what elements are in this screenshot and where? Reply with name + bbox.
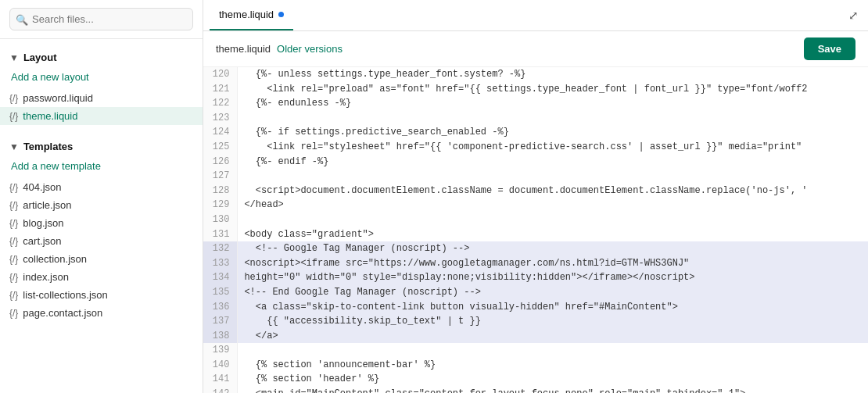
file-icon: {/} bbox=[9, 272, 18, 283]
tab-theme-liquid[interactable]: theme.liquid bbox=[210, 0, 293, 30]
line-content bbox=[238, 343, 868, 358]
line-number: 125 bbox=[203, 140, 238, 155]
table-row: 133<noscript><iframe src="https://www.go… bbox=[203, 256, 868, 271]
line-content: {%- endif -%} bbox=[238, 155, 868, 170]
table-row: 140 {% section 'announcement-bar' %} bbox=[203, 358, 868, 373]
list-item[interactable]: {/} article.json bbox=[0, 196, 203, 214]
line-content: {% section 'header' %} bbox=[238, 372, 868, 387]
line-number: 123 bbox=[203, 111, 238, 126]
table-row: 127 bbox=[203, 169, 868, 184]
table-row: 134height="0" width="0" style="display:n… bbox=[203, 270, 868, 285]
line-number: 124 bbox=[203, 125, 238, 140]
list-item[interactable]: {/} index.json bbox=[0, 268, 203, 286]
search-icon: 🔍 bbox=[16, 13, 28, 25]
templates-section: ▼ Templates Add a new template {/} 404.j… bbox=[0, 128, 203, 325]
code-editor[interactable]: 120 {%- unless settings.type_header_font… bbox=[203, 67, 868, 393]
line-content: </head> bbox=[238, 198, 868, 213]
file-icon: {/} bbox=[9, 254, 18, 265]
table-row: 126 {%- endif -%} bbox=[203, 155, 868, 170]
file-icon: {/} bbox=[9, 200, 18, 211]
line-number: 137 bbox=[203, 314, 238, 329]
list-item[interactable]: {/} page.contact.json bbox=[0, 304, 203, 322]
file-icon: {/} bbox=[9, 308, 18, 319]
older-versions-link[interactable]: Older versions bbox=[277, 43, 343, 55]
save-button[interactable]: Save bbox=[804, 38, 855, 60]
templates-section-label: Templates bbox=[23, 141, 73, 152]
tab-label: theme.liquid bbox=[219, 9, 274, 20]
table-row: 125 <link rel="stylesheet" href="{{ 'com… bbox=[203, 140, 868, 155]
line-number: 120 bbox=[203, 67, 238, 82]
file-name: index.json bbox=[23, 271, 69, 283]
line-content: {{ "accessibility.skip_to_text" | t }} bbox=[238, 314, 868, 329]
templates-chevron-icon: ▼ bbox=[9, 141, 19, 152]
file-icon: {/} bbox=[9, 182, 18, 193]
file-name: collection.json bbox=[23, 253, 87, 265]
list-item[interactable]: {/} password.liquid bbox=[0, 89, 203, 107]
line-content: {%- unless settings.type_header_font.sys… bbox=[238, 67, 868, 82]
breadcrumb-filename: theme.liquid bbox=[216, 43, 271, 55]
table-row: 122 {%- endunless -%} bbox=[203, 96, 868, 111]
tab-bar: theme.liquid ⤢ bbox=[203, 0, 868, 31]
layout-chevron-icon: ▼ bbox=[9, 52, 19, 63]
line-content: </a> bbox=[238, 329, 868, 344]
add-layout-link[interactable]: Add a new layout bbox=[0, 68, 203, 89]
table-row: 135<!-- End Google Tag Manager (noscript… bbox=[203, 285, 868, 300]
line-content: <a class="skip-to-content-link button vi… bbox=[238, 300, 868, 315]
line-content: <!-- End Google Tag Manager (noscript) -… bbox=[238, 285, 868, 300]
file-name: theme.liquid bbox=[23, 110, 77, 122]
search-bar: 🔍 bbox=[0, 0, 203, 39]
table-row: 120 {%- unless settings.type_header_font… bbox=[203, 67, 868, 82]
line-number: 131 bbox=[203, 227, 238, 242]
list-item[interactable]: {/} cart.json bbox=[0, 232, 203, 250]
line-number: 134 bbox=[203, 270, 238, 285]
line-content: <noscript><iframe src="https://www.googl… bbox=[238, 256, 868, 271]
line-number: 135 bbox=[203, 285, 238, 300]
line-number: 128 bbox=[203, 184, 238, 198]
line-content bbox=[238, 213, 868, 227]
sidebar: 🔍 ▼ Layout Add a new layout {/} password… bbox=[0, 0, 203, 393]
list-item[interactable]: {/} blog.json bbox=[0, 214, 203, 232]
layout-section-label: Layout bbox=[23, 52, 57, 63]
line-number: 138 bbox=[203, 329, 238, 344]
add-template-link[interactable]: Add a new template bbox=[0, 157, 203, 178]
layout-section-header: ▼ Layout bbox=[0, 50, 203, 68]
expand-button[interactable]: ⤢ bbox=[845, 5, 862, 26]
line-number: 136 bbox=[203, 300, 238, 315]
table-row: 141 {% section 'header' %} bbox=[203, 372, 868, 387]
line-number: 141 bbox=[203, 372, 238, 387]
file-icon: {/} bbox=[9, 93, 18, 104]
file-name: cart.json bbox=[23, 235, 61, 247]
file-name: article.json bbox=[23, 199, 71, 211]
list-item[interactable]: {/} 404.json bbox=[0, 178, 203, 196]
table-row: 123 bbox=[203, 111, 868, 126]
layout-file-list: {/} password.liquid {/} theme.liquid bbox=[0, 89, 203, 125]
unsaved-dot bbox=[278, 12, 284, 17]
file-breadcrumb: theme.liquid Older versions Save bbox=[203, 31, 868, 67]
code-table: 120 {%- unless settings.type_header_font… bbox=[203, 67, 868, 393]
file-icon: {/} bbox=[9, 290, 18, 301]
line-content: <link rel="preload" as="font" href="{{ s… bbox=[238, 82, 868, 97]
table-row: 128 <script>document.documentElement.cla… bbox=[203, 184, 868, 198]
line-number: 130 bbox=[203, 213, 238, 227]
line-content bbox=[238, 169, 868, 184]
file-icon: {/} bbox=[9, 218, 18, 229]
line-content: height="0" width="0" style="display:none… bbox=[238, 270, 868, 285]
table-row: 130 bbox=[203, 213, 868, 227]
main-editor: theme.liquid ⤢ theme.liquid Older versio… bbox=[203, 0, 868, 393]
table-row: 136 <a class="skip-to-content-link butto… bbox=[203, 300, 868, 315]
line-number: 129 bbox=[203, 198, 238, 213]
search-input[interactable] bbox=[9, 8, 193, 30]
list-item[interactable]: {/} theme.liquid bbox=[0, 107, 203, 125]
line-number: 122 bbox=[203, 96, 238, 111]
list-item[interactable]: {/} list-collections.json bbox=[0, 286, 203, 304]
line-number: 139 bbox=[203, 343, 238, 358]
table-row: 131<body class="gradient"> bbox=[203, 227, 868, 242]
table-row: 142 <main id="MainContent" class="conten… bbox=[203, 387, 868, 393]
layout-section: ▼ Layout Add a new layout {/} password.l… bbox=[0, 39, 203, 128]
line-content: <!-- Google Tag Manager (noscript) --> bbox=[238, 241, 868, 256]
templates-section-header: ▼ Templates bbox=[0, 139, 203, 157]
file-name: page.contact.json bbox=[23, 307, 102, 319]
table-row: 129</head> bbox=[203, 198, 868, 213]
table-row: 138 </a> bbox=[203, 329, 868, 344]
list-item[interactable]: {/} collection.json bbox=[0, 250, 203, 268]
